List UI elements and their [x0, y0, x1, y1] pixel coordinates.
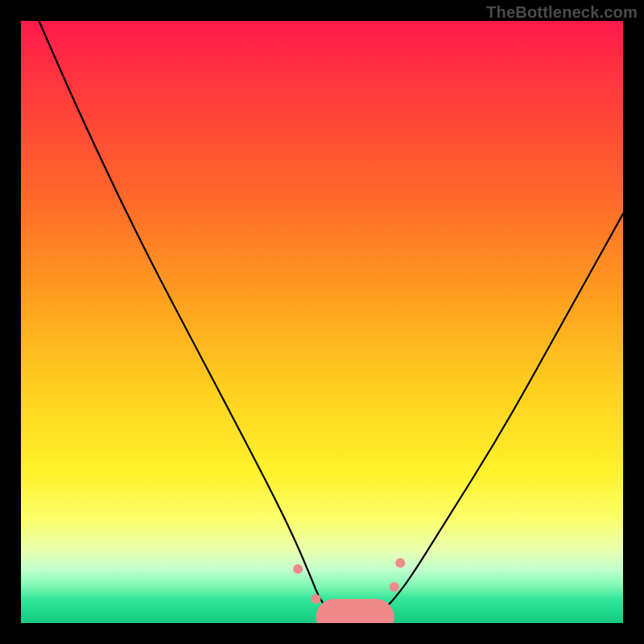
pink-marker-right-2 [395, 558, 405, 568]
pink-marker-bottom-right [372, 607, 380, 615]
pink-marker-left-2 [312, 594, 321, 604]
pink-marker-right-1 [390, 582, 399, 592]
chart-svg [21, 21, 623, 623]
plot-area [21, 21, 623, 623]
bottleneck-curve [39, 21, 623, 617]
pink-marker-mid-2 [360, 613, 368, 621]
pink-marker-bottom-left [324, 607, 332, 615]
watermark-text: TheBottleneck.com [486, 3, 638, 22]
pink-marker-left-1 [293, 564, 303, 574]
chart-frame: TheBottleneck.com [0, 0, 644, 644]
pink-marker-mid-1 [342, 613, 350, 621]
curve-layer [39, 21, 623, 617]
